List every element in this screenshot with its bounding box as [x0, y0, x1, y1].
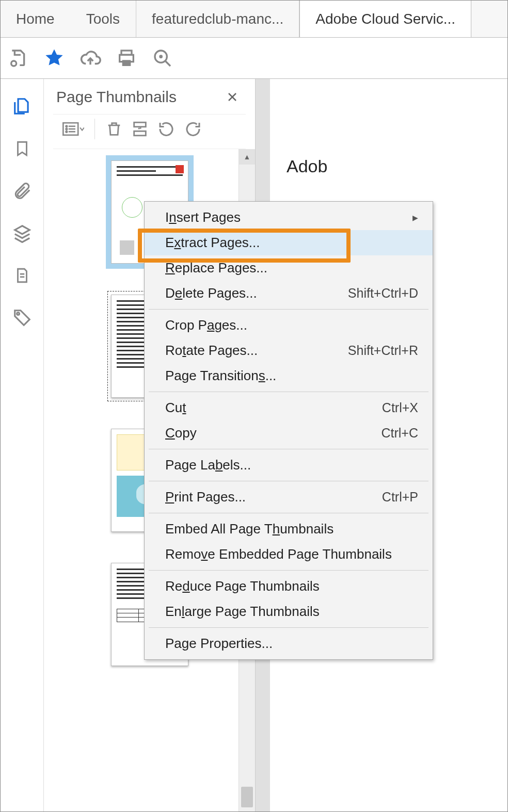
menu-separator: [149, 627, 428, 628]
menu-print-pages[interactable]: Print Pages... Ctrl+P: [145, 484, 433, 510]
doc-text: Adob: [287, 156, 507, 176]
page-rail-icon[interactable]: [10, 264, 34, 287]
submenu-arrow-icon: ▶: [412, 214, 418, 222]
rotate-cw-icon[interactable]: [184, 120, 202, 138]
tab-tools[interactable]: Tools: [71, 1, 136, 37]
tab-document[interactable]: featuredclub-manc...: [136, 1, 299, 37]
delete-icon[interactable]: [105, 120, 123, 138]
scroll-thumb[interactable]: [241, 787, 253, 807]
menu-separator: [149, 481, 428, 481]
menu-separator: [149, 513, 428, 513]
menu-separator: [149, 392, 428, 392]
svg-point-13: [66, 125, 68, 127]
svg-rect-19: [134, 122, 146, 127]
tab-home[interactable]: Home: [1, 1, 71, 37]
menu-rotate-pages[interactable]: Rotate Pages... Shift+Ctrl+R: [145, 338, 433, 363]
menu-replace-pages[interactable]: Replace Pages...: [145, 255, 433, 281]
upload-cloud-icon[interactable]: [79, 47, 102, 70]
menu-separator: [149, 449, 428, 449]
star-icon[interactable]: [43, 47, 66, 70]
thumbnails-toolbar: [53, 114, 246, 149]
main-toolbar: [1, 38, 507, 79]
menu-delete-pages[interactable]: Delete Pages... Shift+Ctrl+D: [145, 281, 433, 306]
shortcut-label: Ctrl+P: [382, 490, 418, 505]
options-dropdown-icon[interactable]: [62, 120, 84, 138]
svg-point-0: [11, 61, 17, 66]
shortcut-label: Ctrl+C: [381, 426, 418, 441]
menu-embed-thumbnails[interactable]: Embed All Page Thumbnails: [145, 516, 433, 542]
svg-rect-20: [134, 131, 146, 136]
scroll-up-icon[interactable]: ▲: [239, 149, 255, 165]
svg-point-15: [66, 131, 68, 133]
close-panel-button[interactable]: [222, 89, 243, 105]
search-icon[interactable]: [151, 47, 174, 70]
thumbnails-rail-icon[interactable]: [10, 94, 34, 118]
menu-crop-pages[interactable]: Crop Pages...: [145, 313, 433, 338]
menu-separator: [149, 570, 428, 571]
shortcut-label: Shift+Ctrl+D: [348, 286, 418, 301]
svg-point-9: [17, 313, 19, 315]
tag-rail-icon[interactable]: [10, 306, 34, 330]
menu-page-properties[interactable]: Page Properties...: [145, 631, 433, 656]
menu-cut[interactable]: Cut Ctrl+X: [145, 395, 433, 420]
menu-page-transitions[interactable]: Page Transitions...: [145, 363, 433, 388]
attachment-rail-icon[interactable]: [10, 179, 34, 203]
svg-line-5: [165, 61, 170, 66]
tab-cloud-services[interactable]: Adobe Cloud Servic...: [299, 1, 471, 37]
menu-extract-pages[interactable]: Extract Pages...: [145, 230, 433, 255]
layers-rail-icon[interactable]: [10, 221, 34, 245]
menu-separator: [149, 309, 428, 310]
save-cloud-icon[interactable]: [7, 47, 29, 70]
combine-icon[interactable]: [131, 120, 149, 138]
menu-remove-embedded-thumbnails[interactable]: Remove Embedded Page Thumbnails: [145, 542, 433, 567]
nav-rail: [1, 79, 44, 811]
menu-page-labels[interactable]: Page Labels...: [145, 452, 433, 478]
thumbnail-context-menu: Insert Pages ▶ Extract Pages... Replace …: [144, 201, 433, 660]
menu-reduce-thumbnails[interactable]: Reduce Page Thumbnails: [145, 574, 433, 599]
shortcut-label: Shift+Ctrl+R: [348, 343, 418, 358]
rotate-ccw-icon[interactable]: [157, 120, 176, 138]
thumbnails-header: Page Thumbnails: [44, 79, 255, 111]
svg-point-6: [160, 56, 162, 57]
print-icon[interactable]: [115, 47, 138, 70]
menu-enlarge-thumbnails[interactable]: Enlarge Page Thumbnails: [145, 599, 433, 624]
shortcut-label: Ctrl+X: [382, 400, 418, 415]
bookmark-rail-icon[interactable]: [10, 137, 34, 160]
toolbar-divider: [94, 119, 95, 139]
menu-insert-pages[interactable]: Insert Pages ▶: [145, 205, 433, 230]
thumbnails-title: Page Thumbnails: [56, 88, 177, 106]
svg-point-14: [66, 128, 68, 130]
svg-rect-3: [122, 60, 131, 66]
tab-bar: Home Tools featuredclub-manc... Adobe Cl…: [1, 1, 507, 38]
menu-copy[interactable]: Copy Ctrl+C: [145, 420, 433, 446]
